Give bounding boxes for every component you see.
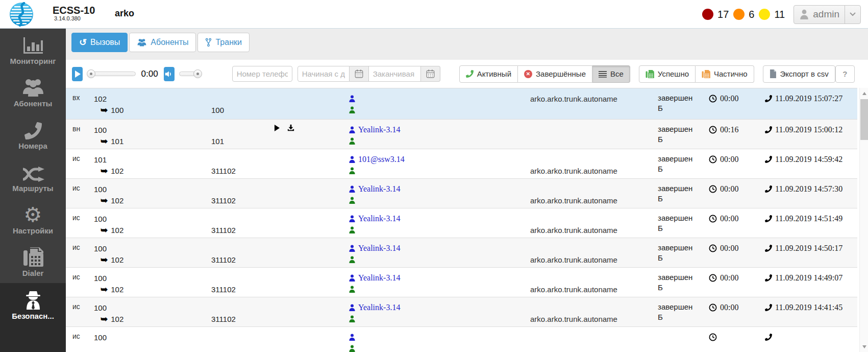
call-parties: Yealink-3.14 [349,179,530,208]
scroll-up-arrow-icon[interactable] [860,89,868,98]
calendar-icon[interactable] [421,66,440,82]
date-from-input[interactable] [297,66,350,82]
caller-link[interactable]: Yealink-3.14 [358,184,400,194]
table-row[interactable]: ис 100 ➥102 311102 Yealink-3.14 [66,208,857,238]
list-icon [599,71,607,78]
phone-icon [765,95,772,102]
player-volume-slider[interactable] [179,72,201,76]
button-label: Завершённые [536,69,586,78]
tab-label: Вызовы [90,38,120,47]
trunk-cell: arko.arko.trunk.autoname [530,238,658,267]
sidebar-item-routes[interactable]: Маршруты [0,156,66,198]
player-volume-button[interactable] [164,67,175,81]
forward-arrow-icon: ➥ [101,226,108,234]
alarm-minor[interactable]: 11 [759,9,785,20]
call-type: ис [72,208,94,238]
call-datetime: 11.09.2019 14:41:45 [765,297,856,326]
table-row[interactable]: ис 100 ➥102 311102 Yealink-3.14 [66,267,857,297]
volume-handle[interactable] [193,69,202,78]
forward-arrow-icon: ➥ [101,106,108,114]
filter-active-button[interactable]: Активный [459,65,518,83]
calendar-icon[interactable] [350,66,369,82]
call-type: вн [72,120,94,149]
sidebar-item-settings[interactable]: ⚙ Настройки [0,198,66,241]
table-row[interactable]: ис 100 ➥102 311102 Yealink-3.14 [66,297,857,326]
help-button[interactable]: ? [835,65,855,83]
progress-handle[interactable] [87,69,95,78]
alarm-critical[interactable]: 17 [702,9,729,20]
caller-link[interactable]: Yealink-3.14 [358,273,400,283]
sidebar-nav: Мониторинг Абоненты Номера [0,29,66,352]
phone-icon [466,70,474,78]
sidebar-item-subscribers[interactable]: Абоненты [0,71,66,113]
download-icon[interactable] [287,124,294,131]
caller-link[interactable]: Yealink-3.14 [358,303,400,312]
sidebar-item-dialer[interactable]: Dialer [0,241,66,283]
sidebar-item-security[interactable]: Безопасн... [0,283,66,352]
callee-person-icon [349,256,355,263]
call-type: ис [72,268,94,297]
call-type: ис [72,297,94,326]
fax-success-icon [646,70,654,78]
table-row[interactable]: ис 100 [66,326,857,352]
button-label: Активный [477,69,511,78]
date-to-input[interactable] [369,66,421,82]
export-csv-button[interactable]: Экспорт в csv [763,65,835,83]
vertical-scrollbar[interactable] [859,88,868,352]
call-parties: Yealink-3.14 [349,238,530,267]
call-numbers: 102 ➥100 [94,88,211,119]
call-numbers: 101 ➥102 [94,149,211,178]
row-play-icon[interactable] [274,125,280,131]
call-status: завершен Б [658,208,709,238]
user-name: admin [813,9,839,20]
button-label: Экспорт в csv [780,69,829,78]
caller-link[interactable]: Yealink-3.14 [358,125,400,134]
call-parties [349,327,530,352]
scroll-down-arrow-icon[interactable] [860,342,868,351]
call-parties: Yealink-3.14 [349,208,530,238]
caller-link[interactable]: Yealink-3.14 [358,244,400,253]
clock-icon [709,244,717,252]
caller-link[interactable]: Yealink-3.14 [358,214,400,223]
call-datetime: 11.09.2019 15:00:12 [765,120,856,149]
filter-partial-button[interactable]: Частично [696,65,754,83]
caller-link[interactable]: 101@ssw3.14 [358,155,405,164]
table-row[interactable]: вн 100 ➥101 101 Yealink-3.14 [66,119,857,149]
main-content: ↺ Вызовы Абоненты [66,29,868,352]
tab-subscribers[interactable]: Абоненты [129,33,196,52]
play-icon [75,71,81,78]
playback-cell [270,297,349,326]
tab-trunks[interactable]: Транки [197,33,249,52]
call-duration: 00:00 [709,268,765,297]
sidebar-item-label: Номера [18,142,47,150]
clock-icon [709,303,717,312]
alarm-major[interactable]: 6 [733,9,754,20]
filter-success-button[interactable]: Успешно [639,65,696,83]
filter-all-button[interactable]: Все [592,65,630,83]
sidebar-item-numbers[interactable]: Номера [0,113,66,156]
table-row[interactable]: ис 100 ➥102 311102 Yealink-3.14 [66,178,857,208]
scrollbar-thumb[interactable] [860,99,868,140]
player-progress-slider[interactable] [87,72,135,76]
sidebar-item-monitoring[interactable]: Мониторинг [0,29,66,71]
call-numbers: 100 ➥101 [94,120,211,149]
call-duration [709,327,765,352]
table-row[interactable]: ис 101 ➥102 311102 101@ssw3.14 [66,149,857,178]
caller-person-icon [349,185,355,193]
call-status: завершен Б [658,179,709,208]
call-duration: 00:00 [709,297,765,326]
clock-icon [709,215,717,223]
player-play-button[interactable] [72,67,83,81]
user-menu-button[interactable]: admin [793,5,861,24]
phone-number-input[interactable] [232,66,292,82]
playback-cell [270,179,349,208]
table-row[interactable]: ис 100 ➥102 311102 Yealink-3.14 [66,238,857,267]
x-circle-icon: ✕ [524,70,532,78]
clock-icon [709,126,717,134]
fax-partial-icon [702,70,710,78]
tab-calls[interactable]: ↺ Вызовы [71,33,128,52]
filter-finished-button[interactable]: ✕ Завершённые [518,65,592,83]
playback-cell [270,238,349,267]
table-row[interactable]: вх 102 ➥100 100 [66,88,857,119]
trunk-cell: arko.arko.trunk.autoname [530,208,658,238]
